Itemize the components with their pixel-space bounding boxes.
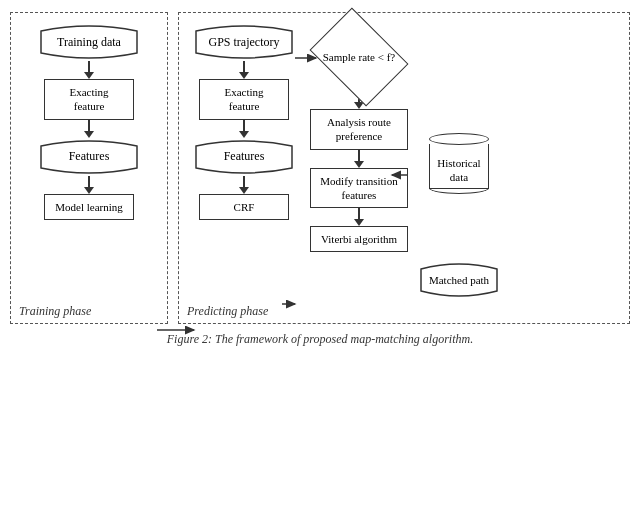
matched-path-label: Matched path bbox=[429, 274, 489, 286]
sample-rate-box: Sample rate < f? bbox=[309, 23, 409, 91]
arrow-5 bbox=[239, 120, 249, 138]
training-phase: Training data Exacting feature bbox=[10, 12, 168, 324]
predicting-content: GPS trajectory Exacting feature bbox=[189, 23, 619, 299]
exacting-feature-1-box: Exacting feature bbox=[44, 79, 134, 120]
pred-col3: Historical data Matched path bbox=[419, 23, 499, 299]
model-learning-box: Model learning bbox=[44, 194, 134, 220]
arrow-2 bbox=[84, 120, 94, 138]
predicting-phase: GPS trajectory Exacting feature bbox=[178, 12, 630, 324]
features-1-box: Features bbox=[39, 138, 139, 176]
sample-rate-label: Sample rate < f? bbox=[323, 50, 395, 64]
modify-transition-label: Modify transition features bbox=[319, 174, 399, 203]
arrow-9 bbox=[354, 208, 364, 226]
training-data-label: Training data bbox=[57, 35, 121, 50]
training-phase-label: Training phase bbox=[19, 304, 91, 319]
historical-data-label: Historical data bbox=[430, 156, 488, 185]
viterbi-box: Viterbi algorithm bbox=[310, 226, 408, 252]
features-2-box: Features bbox=[194, 138, 294, 176]
gps-trajectory-label: GPS trajectory bbox=[209, 35, 280, 50]
crf-label: CRF bbox=[234, 200, 255, 214]
model-learning-label: Model learning bbox=[55, 200, 123, 214]
training-data-box: Training data bbox=[39, 23, 139, 61]
historical-data-box: Historical data bbox=[423, 133, 495, 189]
pred-col1: GPS trajectory Exacting feature bbox=[189, 23, 299, 299]
arrow-4 bbox=[239, 61, 249, 79]
features-1-label: Features bbox=[69, 149, 110, 164]
cylinder-body: Historical data bbox=[429, 144, 489, 189]
arrow-6 bbox=[239, 176, 249, 194]
exacting-feature-2-label: Exacting feature bbox=[208, 85, 280, 114]
modify-transition-box: Modify transition features bbox=[310, 168, 408, 209]
crf-box: CRF bbox=[199, 194, 289, 220]
figure-caption: Figure 2: The framework of proposed map-… bbox=[0, 328, 640, 355]
analysis-route-box: Analysis route preference bbox=[310, 109, 408, 150]
exacting-feature-2-box: Exacting feature bbox=[199, 79, 289, 120]
viterbi-label: Viterbi algorithm bbox=[321, 232, 397, 246]
pred-col2: Sample rate < f? Analysis route preferen… bbox=[305, 23, 413, 299]
arrow-3 bbox=[84, 176, 94, 194]
arrow-1 bbox=[84, 61, 94, 79]
matched-path-box: Matched path bbox=[419, 261, 499, 299]
training-flow: Training data Exacting feature bbox=[39, 23, 139, 220]
analysis-route-label: Analysis route preference bbox=[319, 115, 399, 144]
gps-trajectory-box: GPS trajectory bbox=[194, 23, 294, 61]
arrow-8 bbox=[354, 150, 364, 168]
features-2-label: Features bbox=[224, 149, 265, 164]
predicting-phase-label: Predicting phase bbox=[187, 304, 268, 319]
exacting-feature-1-label: Exacting feature bbox=[53, 85, 125, 114]
